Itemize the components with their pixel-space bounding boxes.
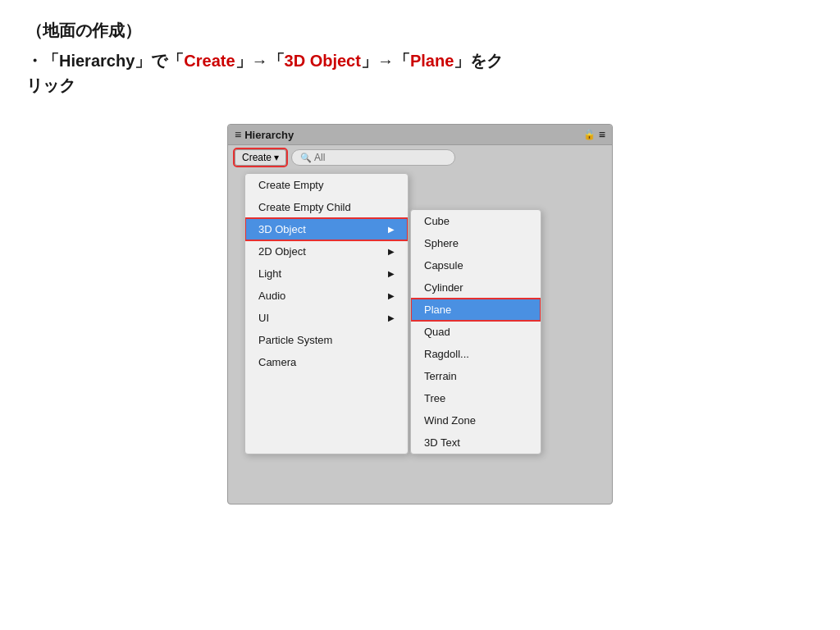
hierarchy-title-bar: ≡ Hierarchy 🔒 ≡	[228, 125, 612, 145]
arrow-icon-light: ▶	[388, 269, 395, 278]
hierarchy-toolbar: Create ▾ 🔍 All	[228, 145, 612, 170]
menu-item-plane[interactable]: Plane	[411, 299, 541, 321]
search-icon: 🔍	[300, 153, 312, 162]
menu-item-particle-system[interactable]: Particle System	[245, 329, 408, 351]
highlight-create: Create	[184, 52, 235, 70]
menu-item-wind-zone[interactable]: Wind Zone	[411, 409, 541, 431]
instruction-arrow2: 」→「	[361, 52, 410, 70]
arrow-icon-2dobject: ▶	[388, 247, 395, 256]
instruction-arrow1: 」→「	[235, 52, 285, 70]
primary-menu: Create Empty Create Empty Child 3D Objec…	[244, 173, 409, 454]
instruction-body: ・「Hierarchy」で「Create」→「3D Object」→「Plane…	[26, 48, 814, 98]
menu-item-create-empty[interactable]: Create Empty	[245, 174, 408, 196]
menu-item-sphere[interactable]: Sphere	[411, 232, 541, 254]
menu-item-quad[interactable]: Quad	[411, 321, 541, 343]
arrow-icon-3dobject: ▶	[388, 225, 395, 234]
search-bar[interactable]: 🔍 All	[291, 149, 455, 166]
menu-item-2d-object[interactable]: 2D Object ▶	[245, 240, 408, 262]
highlight-plane: Plane	[410, 52, 454, 70]
instruction-title: （地面の作成）	[26, 20, 814, 42]
instruction-suffix: 」をク	[454, 52, 503, 70]
hierarchy-title-text: Hierarchy	[244, 129, 294, 141]
highlight-3dobject: 3D Object	[285, 52, 361, 70]
menu-item-capsule[interactable]: Capsule	[411, 254, 541, 276]
menu-item-camera[interactable]: Camera	[245, 351, 408, 373]
menus-container: Create Empty Create Empty Child 3D Objec…	[244, 173, 612, 454]
menu-item-cylinder[interactable]: Cylinder	[411, 276, 541, 299]
instruction-line2: リック	[26, 76, 75, 94]
hierarchy-title-right: 🔒 ≡	[583, 128, 605, 141]
menu-item-ui[interactable]: UI ▶	[245, 307, 408, 329]
menu-item-ragdoll[interactable]: Ragdoll...	[411, 343, 541, 365]
page-content: （地面の作成） ・「Hierarchy」で「Create」→「3D Object…	[0, 0, 840, 524]
secondary-menu: Cube Sphere Capsule Cylinder Plane	[410, 209, 541, 454]
menu-item-cube[interactable]: Cube	[411, 210, 541, 232]
create-button[interactable]: Create ▾	[235, 149, 286, 166]
menu-item-light[interactable]: Light ▶	[245, 262, 408, 285]
arrow-icon-ui: ▶	[388, 313, 395, 322]
menu-item-audio[interactable]: Audio ▶	[245, 285, 408, 307]
list-icon: ≡	[235, 128, 241, 141]
menu-item-3d-object[interactable]: 3D Object ▶	[245, 218, 408, 240]
hierarchy-title-left: ≡ Hierarchy	[235, 128, 294, 141]
menu-icon: ≡	[599, 128, 605, 141]
menu-item-terrain[interactable]: Terrain	[411, 365, 541, 387]
menu-item-tree[interactable]: Tree	[411, 387, 541, 409]
search-placeholder-text: All	[314, 152, 325, 163]
menu-item-3d-text[interactable]: 3D Text	[411, 431, 541, 454]
menu-item-create-empty-child[interactable]: Create Empty Child	[245, 196, 408, 218]
lock-icon: 🔒	[583, 129, 596, 140]
arrow-icon-audio: ▶	[388, 291, 395, 300]
hierarchy-window: ≡ Hierarchy 🔒 ≡ Create ▾ 🔍 All	[227, 124, 613, 504]
unity-window-area: ≡ Hierarchy 🔒 ≡ Create ▾ 🔍 All	[26, 124, 814, 504]
instruction-prefix: ・「Hierarchy」で「	[26, 52, 184, 70]
